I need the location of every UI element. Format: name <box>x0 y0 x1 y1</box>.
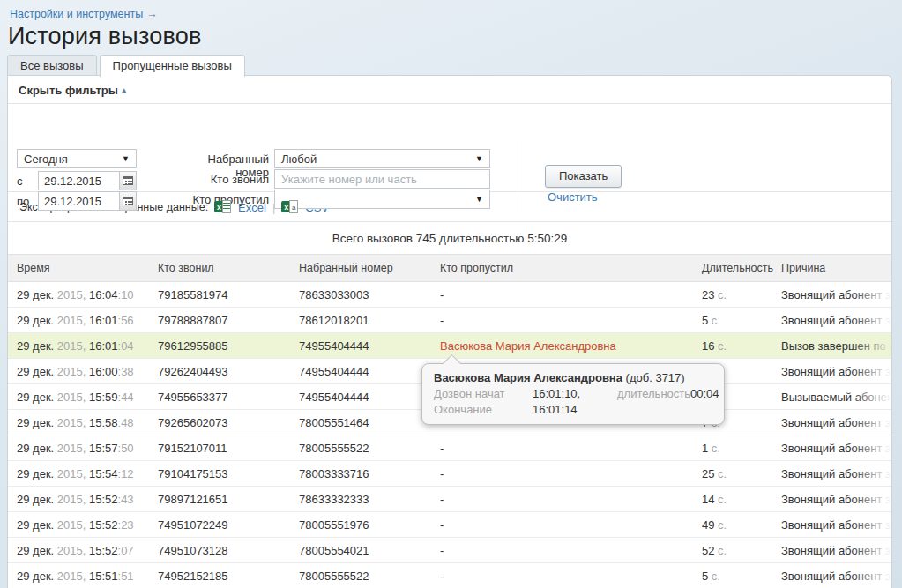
duration: 52 с. <box>702 544 781 557</box>
tooltip-duration-label: длительность <box>617 387 690 400</box>
reason: Звонящий абонент заверш <box>781 314 891 327</box>
dialed-number-select-value: Любой <box>281 153 317 166</box>
missed-by: - <box>440 493 702 506</box>
table-row[interactable]: 29 дек. 2015, 15:57:50791521070117800555… <box>8 435 891 461</box>
header-dialed: Набранный номер <box>299 262 440 274</box>
missed-by: - <box>440 288 702 301</box>
show-button[interactable]: Показать <box>545 165 622 188</box>
tooltip-start-label: Дозвон начат <box>434 387 533 400</box>
call-time: 29 дек. 2015, 15:58:48 <box>17 416 158 429</box>
table-header: Время Кто звонил Набранный номер Кто про… <box>8 254 891 282</box>
breadcrumb-link[interactable]: Настройки и инструменты <box>10 8 143 20</box>
reason: Вызов завершен по коман <box>781 339 891 353</box>
caller-number: 79265602073 <box>158 416 299 429</box>
header-caller: Кто звонил <box>158 262 299 274</box>
caller-number: 79612955885 <box>158 339 299 353</box>
tab-missed-calls[interactable]: Пропущенные вызовы <box>100 55 245 77</box>
vertical-divider <box>518 141 518 212</box>
dialed-number: 78612018201 <box>299 314 440 327</box>
excel-icon: x <box>214 200 232 214</box>
duration: 5 с. <box>702 569 781 583</box>
dialed-number: 74955404444 <box>299 391 440 404</box>
duration: 49 с. <box>702 518 781 532</box>
table-row[interactable]: 29 дек. 2015, 16:01:56797888878077861201… <box>8 308 891 333</box>
table-row[interactable]: 29 дек. 2015, 15:51:51749521521857800555… <box>8 563 891 588</box>
call-time: 29 дек. 2015, 16:00:38 <box>17 365 158 378</box>
call-time: 29 дек. 2015, 15:59:44 <box>17 391 158 404</box>
tooltip-extension: (доб. 3717) <box>626 371 685 384</box>
missed-by: - <box>440 314 702 327</box>
caller-number: 74951073128 <box>158 544 299 557</box>
date-to-label: по <box>17 195 38 208</box>
chevron-down-icon: ▼ <box>122 154 130 163</box>
dialed-number: 78633033003 <box>299 288 440 301</box>
calls-summary: Всего вызовов 745 длительностью 5:50:29 <box>8 222 891 254</box>
date-from-row: с <box>17 171 137 190</box>
hide-filters-link[interactable]: Скрыть фильтры <box>19 84 118 97</box>
reason: Звонящий абонент заверш <box>781 467 891 480</box>
calendar-button[interactable] <box>119 171 137 190</box>
chevron-down-icon: ▼ <box>475 195 483 204</box>
reason: Звонящий абонент заверш <box>781 365 891 378</box>
dialed-number: 78005555522 <box>299 442 440 455</box>
dialed-number: 74955404444 <box>299 339 440 353</box>
call-time: 29 дек. 2015, 15:52:07 <box>17 544 158 557</box>
call-time: 29 дек. 2015, 16:01:04 <box>17 339 158 353</box>
date-to-input[interactable] <box>38 191 119 211</box>
missed-by: Васюкова Мария Александровна <box>440 339 702 353</box>
missed-by-select[interactable]: ▼ <box>274 190 490 209</box>
table-row[interactable]: 29 дек. 2015, 15:54:12791041751537800333… <box>8 461 891 487</box>
call-time: 29 дек. 2015, 15:51:51 <box>17 569 158 583</box>
call-time: 29 дек. 2015, 15:54:12 <box>17 467 158 480</box>
duration: 16 с. <box>702 339 781 353</box>
tooltip-duration-value: 00:04 <box>690 387 719 400</box>
call-time: 29 дек. 2015, 15:52:43 <box>17 493 158 506</box>
caller-number: 79152107011 <box>158 442 299 455</box>
reason: Звонящий абонент заверш <box>781 416 891 429</box>
caller-label: Кто звонил <box>172 173 269 186</box>
tooltip-missed-name: Васюкова Мария Александровна <box>434 371 622 384</box>
date-to-row: по <box>17 191 137 211</box>
header-time: Время <box>17 262 158 274</box>
header-duration: Длительность <box>702 262 781 274</box>
table-row[interactable]: 29 дек. 2015, 15:52:23749510722497800555… <box>8 512 891 538</box>
reason: Звонящий абонент заверш <box>781 544 891 557</box>
caller-number: 79897121651 <box>158 493 299 506</box>
period-select-value: Сегодня <box>24 153 68 166</box>
reason: Звонящий абонент заверш <box>781 569 891 583</box>
dialed-number: 78005555522 <box>299 569 440 583</box>
table-row[interactable]: 29 дек. 2015, 16:04:10791855819747863303… <box>8 282 891 308</box>
caller-number: 74955653377 <box>158 391 299 404</box>
csv-icon: xa <box>281 200 299 214</box>
clear-link[interactable]: Очистить <box>548 190 598 204</box>
table-body: 29 дек. 2015, 16:04:10791855819747863303… <box>8 282 891 588</box>
dialed-number: 78005551464 <box>299 416 440 429</box>
calendar-icon <box>123 197 133 205</box>
caller-input[interactable] <box>274 169 490 189</box>
caller-number: 79185581974 <box>158 288 299 301</box>
dialed-number-select[interactable]: Любой ▼ <box>274 149 490 168</box>
content-panel: Скрыть фильтры▲ Сегодня ▼ с по Набранный… <box>7 75 892 588</box>
page-title: История вызовов <box>8 23 201 50</box>
dialed-number: 74955404444 <box>299 365 440 378</box>
missed-by: - <box>440 569 702 583</box>
tooltip-start-value: 16:01:10, <box>533 387 617 400</box>
tooltip-end-label: Окончание <box>434 403 533 416</box>
table-row[interactable]: 29 дек. 2015, 15:52:43798971216517863333… <box>8 487 891 512</box>
period-select[interactable]: Сегодня ▼ <box>17 149 137 168</box>
duration: 5 с. <box>702 314 781 327</box>
reason: Звонящий абонент заверш <box>781 518 891 532</box>
calendar-button[interactable] <box>119 191 137 211</box>
duration: 14 с. <box>702 493 781 506</box>
caller-number: 74951072249 <box>158 518 299 532</box>
date-from-input[interactable] <box>38 171 119 190</box>
call-time: 29 дек. 2015, 15:57:50 <box>17 442 158 455</box>
tab-all-calls[interactable]: Все вызовы <box>7 55 97 76</box>
table-row[interactable]: 29 дек. 2015, 15:52:07749510731287800555… <box>8 538 891 563</box>
duration: 23 с. <box>702 288 781 301</box>
reason: Вызываемый абонент не <box>781 391 891 404</box>
filters-toggle-row: Скрыть фильтры▲ <box>8 76 891 104</box>
call-time: 29 дек. 2015, 15:52:23 <box>17 518 158 532</box>
chevron-up-icon: ▲ <box>120 86 129 95</box>
breadcrumb: Настройки и инструменты→ <box>10 8 158 20</box>
